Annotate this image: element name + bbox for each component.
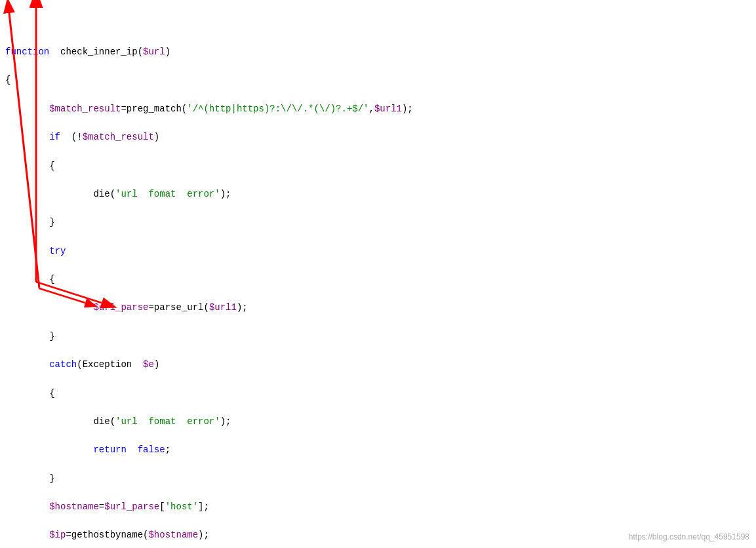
line-5: { (5, 159, 751, 174)
code-block: function check_inner_ip($url) { $match_r… (0, 0, 756, 548)
line-4: if (!$match_result) (5, 130, 751, 145)
line-15: return false; (5, 443, 751, 458)
line-16: } (5, 472, 751, 486)
watermark-text: https://blog.csdn.net/qq_45951598 (629, 532, 749, 541)
line-13: { (5, 387, 751, 401)
line-3: $match_result=preg_match('/^(http|https)… (5, 102, 751, 117)
line-6: die('url fomat error'); (5, 187, 751, 202)
line-11: } (5, 330, 751, 344)
line-17: $hostname=$url_parse['host']; (5, 500, 751, 515)
line-10: $url_parse=parse_url($url1); (5, 301, 751, 315)
line-14: die('url fomat error'); (5, 415, 751, 429)
line-12: catch(Exception $e) (5, 358, 751, 372)
line-1: function check_inner_ip($url) (5, 45, 751, 60)
line-2: { (5, 73, 751, 88)
line-7: } (5, 216, 751, 230)
line-8: try (5, 245, 751, 259)
line-9: { (5, 273, 751, 287)
